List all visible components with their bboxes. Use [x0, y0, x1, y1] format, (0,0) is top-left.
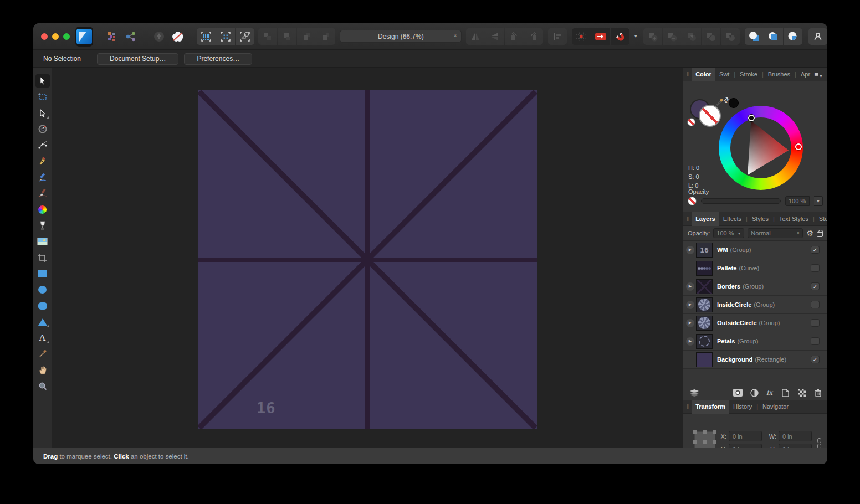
layer-row-insidecircle[interactable]: ▶ InsideCircle (Group) ✓: [683, 296, 827, 314]
no-color-swatch[interactable]: [687, 118, 695, 126]
opacity-value[interactable]: 100 %: [785, 196, 810, 206]
layer-row-pallete[interactable]: Pallete (Curve) ✓: [683, 259, 827, 277]
node-tool[interactable]: [35, 106, 50, 120]
tab-transform[interactable]: Transform: [692, 400, 729, 414]
triangle-selector[interactable]: [748, 115, 755, 121]
boolean-add-button[interactable]: [643, 28, 662, 45]
tab-color[interactable]: Color: [692, 68, 715, 81]
layer-visibility-checkbox[interactable]: ✓: [811, 282, 820, 290]
boolean-combine-button[interactable]: [721, 28, 740, 45]
w-input[interactable]: 0 in: [779, 431, 812, 441]
layer-row-wm[interactable]: ▶ 16 WM (Group) ✓: [683, 241, 827, 259]
hand-tool[interactable]: [35, 363, 50, 377]
panel-menu-icon[interactable]: ≡▼: [814, 70, 823, 79]
snapping-magnet-toggle[interactable]: [611, 28, 629, 45]
disclosure-icon[interactable]: ▶: [686, 282, 694, 291]
transform-objects-button[interactable]: [236, 28, 254, 45]
arrange-backward-button[interactable]: [278, 28, 296, 45]
layer-visibility-checkbox[interactable]: ✓: [811, 264, 820, 272]
tab-navigator[interactable]: Navigator: [759, 400, 792, 414]
triangle-tool[interactable]: [35, 315, 50, 328]
pencil-tool[interactable]: [35, 171, 50, 184]
rotate-cw-button[interactable]: [524, 28, 543, 45]
opacity-none-swatch[interactable]: [688, 197, 697, 205]
gear-icon[interactable]: ⚙: [806, 229, 813, 238]
lock-icon[interactable]: [817, 232, 823, 237]
color-wheel[interactable]: [719, 106, 803, 190]
account-button[interactable]: [808, 28, 827, 45]
rectangle-tool[interactable]: [35, 267, 50, 280]
layer-visibility-checkbox[interactable]: ✓: [811, 356, 820, 363]
arrange-forward-button[interactable]: [297, 28, 316, 45]
preferences-button[interactable]: Preferences…: [184, 53, 252, 65]
layer-visibility-checkbox[interactable]: ✓: [811, 319, 820, 327]
fx-icon[interactable]: fx: [766, 389, 772, 397]
document-viewport[interactable]: 16: [52, 68, 683, 448]
pen-tool[interactable]: [35, 155, 50, 168]
boolean-subtract-button[interactable]: [663, 28, 682, 45]
tab-swatches[interactable]: Swt: [715, 68, 733, 81]
layers-stack-icon[interactable]: [689, 389, 700, 397]
trash-icon[interactable]: [815, 389, 822, 397]
layer-row-petals[interactable]: ▶ Petals (Group) ✓: [683, 332, 827, 351]
opacity-dropdown[interactable]: ▼: [814, 196, 823, 206]
layer-visibility-checkbox[interactable]: ✓: [811, 301, 820, 308]
flip-horizontal-button[interactable]: [466, 28, 485, 45]
boolean-divide-button[interactable]: [702, 28, 720, 45]
arrange-back-button[interactable]: [258, 28, 277, 45]
export-persona-button[interactable]: [150, 28, 168, 45]
tab-styles[interactable]: Styles: [748, 212, 772, 226]
document-title-field[interactable]: Design (66.7%) *: [340, 30, 462, 43]
panel-grip-icon[interactable]: ‖: [687, 216, 688, 222]
layer-row-background[interactable]: Background (Rectangle) ✓: [683, 351, 827, 369]
eyedropper-tool[interactable]: [35, 347, 50, 361]
tab-history[interactable]: History: [729, 400, 756, 414]
geometry-front-button[interactable]: [745, 28, 764, 45]
minimize-button[interactable]: [52, 33, 59, 40]
tab-layers[interactable]: Layers: [692, 212, 719, 226]
adjustment-layer-icon[interactable]: [750, 389, 759, 397]
color-wheel-tool[interactable]: [35, 203, 50, 216]
boolean-intersect-button[interactable]: [682, 28, 701, 45]
artboard-tool[interactable]: [35, 90, 50, 104]
close-button[interactable]: [41, 33, 48, 40]
tab-text-styles[interactable]: Text Styles: [775, 212, 812, 226]
tab-effects[interactable]: Effects: [719, 212, 745, 226]
fill-tool[interactable]: [35, 219, 50, 232]
snap-pixel-button[interactable]: [216, 28, 235, 45]
layers-opacity-select[interactable]: 100 %▼: [713, 228, 744, 238]
panel-grip-icon[interactable]: ‖: [687, 404, 688, 410]
x-input[interactable]: 0 in: [729, 431, 762, 441]
corner-tool[interactable]: [35, 138, 50, 152]
flip-vertical-button[interactable]: [485, 28, 504, 45]
canvas-artwork[interactable]: 16: [198, 90, 537, 429]
snapping-dropdown[interactable]: ▼: [629, 28, 639, 45]
disclosure-icon[interactable]: ▶: [686, 301, 694, 309]
blend-mode-select[interactable]: Normal⇕: [748, 228, 803, 238]
panel-grip-icon[interactable]: ‖: [687, 71, 688, 78]
disclosure-icon[interactable]: ▶: [686, 319, 694, 327]
pixel-grid-toggle[interactable]: [572, 28, 591, 45]
brush-tool[interactable]: [35, 187, 50, 200]
arrange-front-button[interactable]: [316, 28, 335, 45]
disclosure-icon[interactable]: ▶: [686, 246, 694, 254]
pattern-layer-icon[interactable]: [798, 389, 806, 397]
geometry-back-button[interactable]: [784, 28, 802, 45]
mask-layer-icon[interactable]: [733, 389, 743, 397]
disclosure-icon[interactable]: ▶: [686, 337, 694, 346]
color-swatches-button[interactable]: [103, 28, 121, 45]
stroke-color-swatch[interactable]: [699, 105, 721, 127]
share-button[interactable]: [121, 28, 140, 45]
layer-row-outsidecircle[interactable]: ▶ OutsideCircle (Group) ✓: [683, 314, 827, 332]
picked-color-swatch[interactable]: [729, 98, 739, 108]
tab-brushes[interactable]: Brushes: [764, 68, 794, 81]
zoom-tool[interactable]: [35, 379, 50, 393]
document-setup-button[interactable]: Document Setup…: [97, 53, 178, 65]
geometry-mid-button[interactable]: [764, 28, 783, 45]
rotate-ccw-button[interactable]: [505, 28, 524, 45]
tab-stroke[interactable]: Stroke: [736, 68, 761, 81]
alignment-button[interactable]: [548, 28, 567, 45]
rounded-rectangle-tool[interactable]: [35, 299, 50, 312]
text-tool[interactable]: A: [35, 331, 50, 344]
crop-tool[interactable]: [35, 251, 50, 264]
